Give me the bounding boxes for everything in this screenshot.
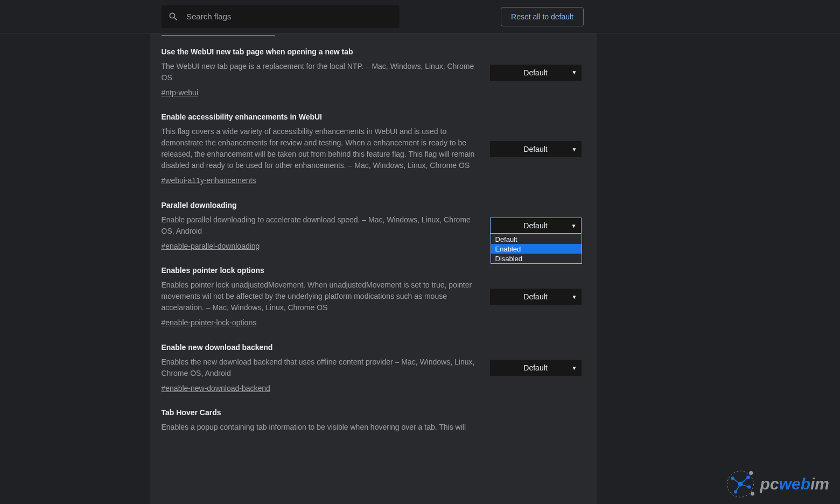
flag-text: Use the WebUI new tab page when opening … xyxy=(162,46,482,99)
flag-select-value: Default xyxy=(523,363,547,372)
dropdown-option[interactable]: Enabled xyxy=(491,244,582,254)
flags-panel: Use the WebUI new tab page when opening … xyxy=(150,33,597,504)
flag-row: Enable accessibility enhancements in Web… xyxy=(150,99,597,186)
svg-point-11 xyxy=(751,492,754,495)
svg-point-8 xyxy=(747,485,751,488)
flag-select-value: Default xyxy=(523,292,547,301)
flag-permalink[interactable]: #webui-a11y-enhancements xyxy=(162,176,256,185)
search-container[interactable] xyxy=(162,5,400,28)
cutoff-previous-flag-link xyxy=(162,33,275,36)
flag-select[interactable]: Default▼ xyxy=(490,360,582,376)
svg-point-10 xyxy=(749,471,753,475)
flag-select-value: Default xyxy=(523,221,547,230)
flag-control: Default▼ xyxy=(490,342,585,394)
flag-title: Parallel downloading xyxy=(162,200,482,211)
flag-select-dropdown: DefaultEnabledDisabled xyxy=(491,234,582,264)
flag-text: Enable new download backendEnables the n… xyxy=(162,342,482,394)
flag-control: Default▼ xyxy=(490,265,585,328)
flag-select[interactable]: Default▼ xyxy=(490,65,582,81)
flag-description: Enables the new download backend that us… xyxy=(162,356,482,379)
svg-point-5 xyxy=(738,482,743,487)
flag-permalink[interactable]: #enable-new-download-backend xyxy=(162,384,270,393)
chevron-down-icon: ▼ xyxy=(572,69,577,75)
flag-description: Enables pointer lock unadjustedMovement.… xyxy=(162,279,482,313)
flag-description: This flag covers a wide variety of acces… xyxy=(162,126,482,171)
flag-text: Enable accessibility enhancements in Web… xyxy=(162,111,482,186)
header-bar: Reset all to default xyxy=(0,0,840,33)
flag-permalink[interactable]: #enable-parallel-downloading xyxy=(162,242,260,250)
flag-title: Enables pointer lock options xyxy=(162,265,482,276)
flag-text: Enables pointer lock optionsEnables poin… xyxy=(162,265,482,328)
network-icon xyxy=(726,470,755,499)
watermark-text: pcwebim xyxy=(760,475,829,493)
flag-title: Tab Hover Cards xyxy=(162,407,482,418)
watermark: pcwebim xyxy=(726,470,829,499)
svg-point-7 xyxy=(746,475,750,479)
flag-control xyxy=(582,407,585,436)
flag-permalink[interactable]: #enable-pointer-lock-options xyxy=(162,318,257,327)
flag-row: Tab Hover CardsEnables a popup containin… xyxy=(150,394,597,436)
search-input[interactable] xyxy=(186,12,393,21)
flag-control: Default▼ xyxy=(490,111,585,186)
flag-text: Parallel downloadingEnable parallel down… xyxy=(162,200,482,252)
flag-text: Tab Hover CardsEnables a popup containin… xyxy=(162,407,482,436)
flag-row: Enable new download backendEnables the n… xyxy=(150,329,597,394)
dropdown-option[interactable]: Disabled xyxy=(491,254,582,263)
flag-control: Default▼ xyxy=(490,46,585,99)
flag-description: Enable parallel downloading to accelerat… xyxy=(162,214,482,237)
flag-permalink[interactable]: #ntp-webui xyxy=(162,88,199,97)
chevron-down-icon: ▼ xyxy=(572,365,577,371)
flag-title: Use the WebUI new tab page when opening … xyxy=(162,46,482,58)
flag-select[interactable]: Default▼DefaultEnabledDisabled xyxy=(490,218,582,234)
flag-row: Parallel downloadingEnable parallel down… xyxy=(150,187,597,252)
flag-select[interactable]: Default▼ xyxy=(490,141,582,157)
search-icon xyxy=(168,11,179,22)
flag-title: Enable new download backend xyxy=(162,342,482,353)
dropdown-option[interactable]: Default xyxy=(491,234,582,244)
flag-control: Default▼DefaultEnabledDisabled xyxy=(490,200,585,252)
flag-description: The WebUI new tab page is a replacement … xyxy=(162,61,482,83)
flag-select[interactable]: Default▼ xyxy=(490,289,582,305)
flag-description: Enables a popup containing tab informati… xyxy=(162,422,482,433)
content-outer: Use the WebUI new tab page when opening … xyxy=(0,33,840,504)
chevron-down-icon: ▼ xyxy=(572,146,577,152)
flag-title: Enable accessibility enhancements in Web… xyxy=(162,111,482,123)
chevron-down-icon: ▼ xyxy=(571,223,577,229)
svg-point-6 xyxy=(731,477,734,480)
chevron-down-icon: ▼ xyxy=(572,294,577,300)
flag-select-value: Default xyxy=(523,68,547,77)
svg-point-9 xyxy=(733,490,737,493)
flag-select-value: Default xyxy=(523,145,547,153)
reset-all-button[interactable]: Reset all to default xyxy=(501,7,584,26)
flag-row: Use the WebUI new tab page when opening … xyxy=(150,33,597,99)
